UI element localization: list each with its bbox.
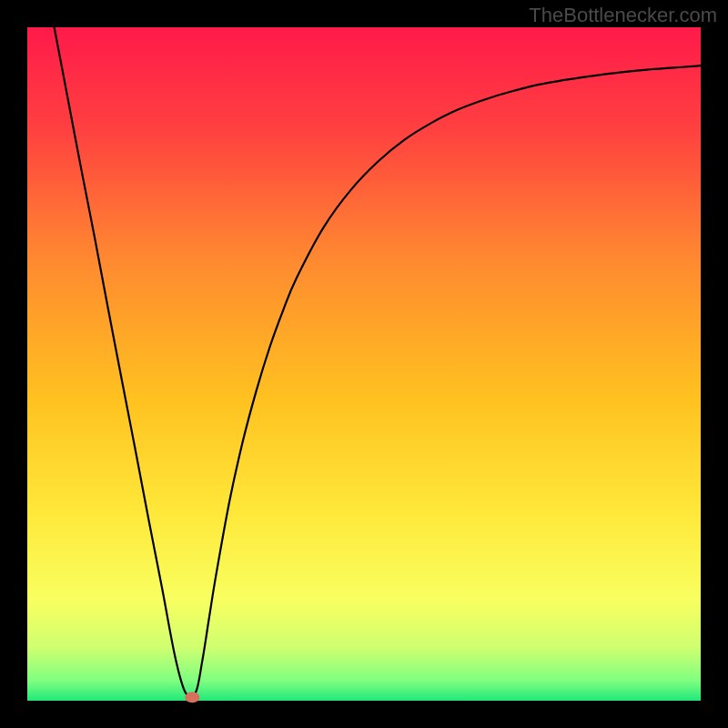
- plot-background: [27, 27, 701, 701]
- bottleneck-chart: [0, 0, 728, 728]
- chart-container: TheBottlenecker.com: [0, 0, 728, 728]
- optimal-point-marker: [185, 692, 199, 703]
